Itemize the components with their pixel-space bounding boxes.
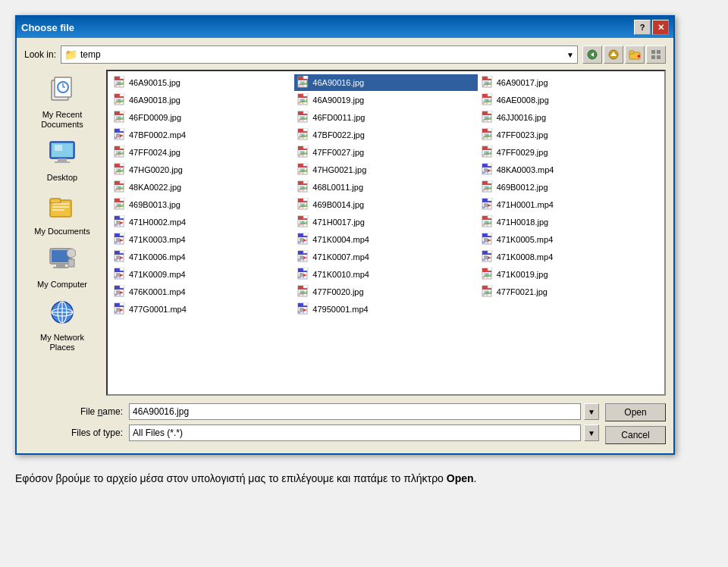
- svg-rect-143: [484, 168, 488, 172]
- file-name-row: File name: ▼: [24, 403, 599, 420]
- sidebar-item-recent[interactable]: My RecentDocuments: [28, 73, 96, 133]
- file-name: 477F0020.jpg: [312, 287, 363, 296]
- file-item[interactable]: MP4 48KA0003.mp4: [479, 161, 661, 178]
- file-list[interactable]: JPG 46A90015.jpg JPG 46A90016.jpg JPG 46…: [106, 70, 666, 396]
- file-item[interactable]: MP4 471H0001.mp4: [479, 196, 661, 213]
- file-item[interactable]: JPG 47FF0029.jpg: [479, 144, 661, 161]
- file-item[interactable]: JPG 469B0013.jpg: [111, 196, 293, 213]
- file-item[interactable]: JPG 47HG0020.jpg: [111, 161, 293, 178]
- file-item[interactable]: MP4 476K0001.mp4: [111, 284, 293, 300]
- file-item[interactable]: MP4 47950001.mp4: [294, 301, 477, 318]
- mp4-file-icon: MP4: [482, 163, 494, 177]
- file-item[interactable]: JPG 46JJ0016.jpg: [479, 109, 661, 126]
- sidebar-item-network[interactable]: My NetworkPlaces: [28, 296, 96, 356]
- instruction-suffix: .: [474, 472, 477, 484]
- svg-rect-39: [120, 76, 124, 79]
- instruction-bold: Open: [447, 472, 474, 484]
- file-name: 471K0004.mp4: [312, 235, 369, 244]
- new-folder-button[interactable]: ✦: [625, 45, 645, 64]
- close-button[interactable]: ✕: [652, 20, 669, 35]
- sidebar-item-documents[interactable]: My Documents: [28, 190, 96, 240]
- dialog-body: Look in: 📁 temp ▼ ✦: [17, 38, 673, 453]
- file-item[interactable]: MP4 477G0001.mp4: [111, 301, 293, 318]
- files-of-type-row: Files of type: ▼: [24, 424, 599, 441]
- up-button[interactable]: [604, 45, 623, 64]
- file-item[interactable]: JPG 46FD0009.jpg: [111, 109, 293, 126]
- file-name-dropdown-btn[interactable]: ▼: [584, 403, 599, 420]
- file-item[interactable]: JPG 46A90019.jpg: [294, 92, 477, 108]
- jpg-file-icon: JPG: [297, 285, 309, 299]
- file-item[interactable]: MP4 471K0004.mp4: [294, 231, 477, 248]
- open-button[interactable]: Open: [605, 403, 666, 421]
- sidebar-item-computer[interactable]: My Computer: [28, 243, 96, 293]
- file-item[interactable]: JPG 471H0017.jpg: [294, 214, 477, 230]
- svg-rect-237: [120, 268, 124, 271]
- file-item[interactable]: JPG 471H0018.jpg: [479, 214, 661, 230]
- mp4-file-icon: MP4: [114, 215, 126, 229]
- svg-rect-7: [651, 50, 655, 54]
- files-of-type-dropdown-btn[interactable]: ▼: [584, 424, 599, 441]
- file-item[interactable]: JPG 47FF0024.jpg: [111, 144, 293, 161]
- file-name-input[interactable]: [129, 403, 581, 420]
- cancel-button[interactable]: Cancel: [605, 426, 666, 444]
- file-item[interactable]: JPG 469B0014.jpg: [294, 196, 477, 213]
- file-item[interactable]: JPG 46A90017.jpg: [479, 74, 661, 91]
- look-in-dropdown[interactable]: 📁 temp ▼: [61, 45, 578, 64]
- svg-rect-189: [303, 215, 308, 218]
- sidebar-item-desktop[interactable]: Desktop: [28, 136, 96, 186]
- svg-rect-93: [120, 128, 124, 131]
- file-item[interactable]: JPG 468L0011.jpg: [294, 179, 477, 196]
- file-item[interactable]: JPG 47FF0027.jpg: [294, 144, 477, 161]
- svg-rect-227: [300, 255, 303, 259]
- file-item[interactable]: MP4 471K0007.mp4: [294, 249, 477, 265]
- jpg-file-icon: JPG: [114, 180, 126, 194]
- file-item[interactable]: JPG 47FF0023.jpg: [479, 127, 661, 143]
- file-item[interactable]: MP4 47BF0002.mp4: [111, 127, 293, 143]
- svg-rect-75: [120, 111, 124, 114]
- file-name: 471K0019.jpg: [497, 270, 548, 279]
- file-item[interactable]: MP4 471K0008.mp4: [479, 249, 661, 265]
- file-item[interactable]: MP4 471K0009.mp4: [111, 266, 293, 283]
- instruction-main: Εφόσον βρούμε το αρχείο μέσα στον υπολογ…: [15, 472, 447, 484]
- file-item[interactable]: JPG 46FD0011.jpg: [294, 109, 477, 126]
- jpg-file-icon: JPG: [482, 215, 494, 229]
- file-item[interactable]: JPG 477F0020.jpg: [294, 284, 477, 300]
- file-item[interactable]: MP4 471K0005.mp4: [479, 231, 661, 248]
- svg-rect-95: [116, 133, 120, 137]
- page-wrapper: Choose file ? ✕ Look in: 📁 temp ▼: [0, 0, 728, 567]
- file-item[interactable]: MP4 471H0002.mp4: [111, 214, 293, 230]
- svg-rect-195: [488, 215, 492, 218]
- jpg-file-icon: JPG: [482, 180, 494, 194]
- file-item[interactable]: JPG 46A90016.jpg: [294, 74, 477, 91]
- file-item[interactable]: JPG 46A90018.jpg: [111, 92, 293, 108]
- file-name: 47FF0024.jpg: [129, 148, 180, 157]
- documents-icon: [49, 193, 76, 225]
- file-item[interactable]: JPG 471K0019.jpg: [479, 266, 661, 283]
- svg-rect-87: [488, 111, 492, 114]
- back-button[interactable]: [582, 45, 602, 64]
- sidebar-label-computer: My Computer: [37, 280, 87, 290]
- file-item[interactable]: JPG 47BF0022.jpg: [294, 127, 477, 143]
- svg-rect-209: [300, 238, 303, 242]
- jpg-file-icon: JPG: [482, 93, 494, 107]
- file-item[interactable]: MP4 471K0010.mp4: [294, 266, 477, 283]
- file-item[interactable]: JPG 477F0021.jpg: [479, 284, 661, 300]
- jpg-file-icon: JPG: [297, 128, 309, 142]
- file-item[interactable]: MP4 471K0006.mp4: [111, 249, 293, 265]
- file-item[interactable]: MP4 471K0003.mp4: [111, 231, 293, 248]
- file-name: 471H0001.mp4: [497, 200, 554, 209]
- file-name: 46FD0011.jpg: [312, 113, 365, 122]
- file-name: 471K0009.mp4: [129, 270, 186, 279]
- file-item[interactable]: JPG 46A90015.jpg: [111, 74, 293, 91]
- file-item[interactable]: JPG 48KA0022.jpg: [111, 179, 293, 196]
- file-name: 46A90017.jpg: [497, 78, 548, 87]
- files-of-type-input-wrapper: ▼: [129, 424, 599, 441]
- svg-rect-245: [300, 273, 303, 277]
- files-of-type-input[interactable]: [129, 424, 581, 441]
- file-item[interactable]: JPG 469B0012.jpg: [479, 179, 661, 196]
- help-button[interactable]: ?: [634, 20, 651, 35]
- file-item[interactable]: JPG 46AE0008.jpg: [479, 92, 661, 108]
- file-item[interactable]: JPG 47HG0021.jpg: [294, 161, 477, 178]
- views-button[interactable]: [646, 45, 666, 64]
- svg-rect-123: [488, 146, 492, 149]
